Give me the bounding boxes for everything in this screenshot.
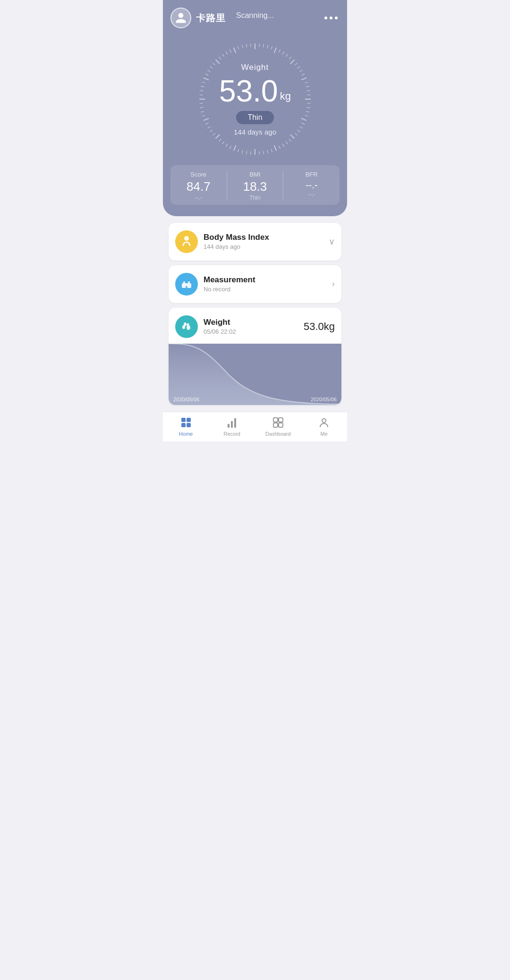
gauge-label: Weight [241, 63, 269, 72]
svg-rect-91 [181, 423, 186, 427]
svg-line-7 [282, 51, 284, 54]
svg-line-30 [290, 135, 294, 138]
bmi-expand[interactable]: ∨ [329, 237, 335, 247]
nav-me[interactable]: Me [301, 416, 348, 437]
stat-bfr-label: BFR [306, 171, 318, 178]
svg-rect-94 [231, 421, 233, 428]
nav-dashboard-label: Dashboard [265, 431, 291, 437]
svg-point-87 [182, 325, 185, 329]
nav-me-label: Me [321, 431, 328, 437]
svg-line-36 [271, 149, 272, 152]
svg-line-41 [251, 152, 251, 155]
weight-title: Weight [204, 318, 298, 327]
measure-icon [180, 278, 193, 291]
weight-card-top: Weight 05/06 22:02 53.0kg [169, 308, 341, 344]
header: 卡路里 Scanning... [163, 0, 347, 34]
svg-line-67 [207, 70, 210, 72]
svg-line-63 [201, 86, 204, 87]
gauge-wrap: Weight 53.0 kg Thin 144 days ago [194, 38, 316, 161]
weight-footprint-icon [180, 320, 193, 333]
bmi-title: Body Mass Index [204, 233, 323, 242]
svg-line-65 [204, 78, 209, 80]
svg-line-22 [307, 107, 310, 108]
svg-line-61 [199, 95, 203, 95]
svg-rect-95 [234, 418, 236, 428]
svg-rect-97 [279, 418, 283, 422]
chart-date-end: 2020/05/06 [311, 397, 337, 402]
svg-line-43 [242, 150, 243, 153]
menu-button[interactable] [324, 17, 338, 19]
svg-point-84 [186, 286, 187, 288]
stat-bfr-sub: --.- [308, 191, 315, 198]
stat-bfr: BFR --.- --.- [283, 171, 340, 201]
nav-home[interactable]: Home [163, 416, 209, 437]
svg-line-45 [234, 145, 236, 151]
chart-area: 2020/05/06 2020/05/06 [169, 344, 341, 405]
svg-line-48 [222, 142, 224, 144]
svg-line-78 [246, 44, 247, 47]
svg-line-55 [204, 118, 209, 121]
svg-line-75 [234, 48, 236, 53]
svg-point-100 [322, 419, 326, 422]
gauge-content: Weight 53.0 kg Thin 144 days ago [219, 63, 291, 136]
scanning-text: Scanning... [236, 11, 274, 20]
weight-chart-svg [169, 344, 341, 405]
stat-bmi-value: 18.3 [243, 180, 267, 194]
gauge-unit: kg [280, 91, 291, 106]
bmi-card[interactable]: Body Mass Index 144 days ago ∨ [169, 223, 341, 261]
svg-line-14 [302, 74, 305, 75]
svg-line-66 [205, 74, 208, 75]
cards-section: Body Mass Index 144 days ago ∨ Measureme… [163, 216, 347, 412]
stat-bmi: BMI 18.3 Thin [227, 171, 284, 201]
svg-line-5 [274, 48, 277, 53]
svg-line-9 [289, 57, 291, 59]
weight-icon-bg [175, 315, 198, 338]
svg-line-69 [212, 63, 215, 65]
svg-line-35 [274, 145, 277, 151]
svg-line-77 [242, 45, 243, 48]
svg-line-27 [300, 127, 303, 128]
svg-line-42 [246, 151, 247, 154]
svg-line-29 [295, 133, 297, 135]
svg-line-23 [306, 111, 309, 112]
svg-line-6 [279, 50, 280, 52]
measurement-arrow[interactable]: › [332, 279, 335, 289]
svg-line-17 [306, 86, 309, 87]
svg-line-53 [207, 127, 210, 128]
svg-line-79 [251, 43, 251, 47]
stat-score-label: Score [190, 171, 206, 178]
svg-line-52 [210, 130, 213, 132]
measurement-title: Measurement [204, 275, 326, 285]
svg-line-54 [205, 123, 208, 124]
svg-point-88 [187, 325, 190, 330]
weight-text: Weight 05/06 22:02 [204, 318, 298, 335]
svg-line-1 [259, 43, 260, 47]
svg-rect-96 [273, 418, 278, 422]
svg-line-71 [219, 57, 221, 59]
gauge-days: 144 days ago [234, 128, 276, 136]
me-icon [317, 416, 331, 429]
svg-line-58 [200, 107, 203, 108]
gauge-value: 53.0 kg [219, 76, 291, 106]
nav-record[interactable]: Record [209, 416, 255, 437]
nav-dashboard[interactable]: Dashboard [255, 416, 301, 437]
svg-line-10 [290, 60, 294, 64]
app-title: 卡路里 [196, 12, 226, 25]
svg-line-38 [263, 151, 264, 154]
top-card: 卡路里 Scanning... Weight [163, 0, 347, 216]
svg-line-19 [307, 95, 311, 95]
stat-bfr-value: --.- [306, 180, 318, 190]
svg-line-2 [263, 44, 264, 47]
measurement-card[interactable]: Measurement No record › [169, 265, 341, 303]
stat-score: Score 84.7 --.- [170, 171, 227, 201]
bmi-icon [175, 230, 198, 253]
measurement-sub: No record [204, 286, 326, 293]
user-icon [175, 12, 187, 24]
avatar[interactable] [170, 8, 191, 28]
svg-line-25 [301, 118, 306, 121]
weight-card[interactable]: Weight 05/06 22:02 53.0kg 2020/05/06 20 [169, 308, 341, 405]
svg-line-64 [202, 82, 205, 83]
svg-line-39 [259, 152, 260, 155]
measurement-text: Measurement No record [204, 275, 326, 293]
svg-line-13 [300, 70, 303, 72]
